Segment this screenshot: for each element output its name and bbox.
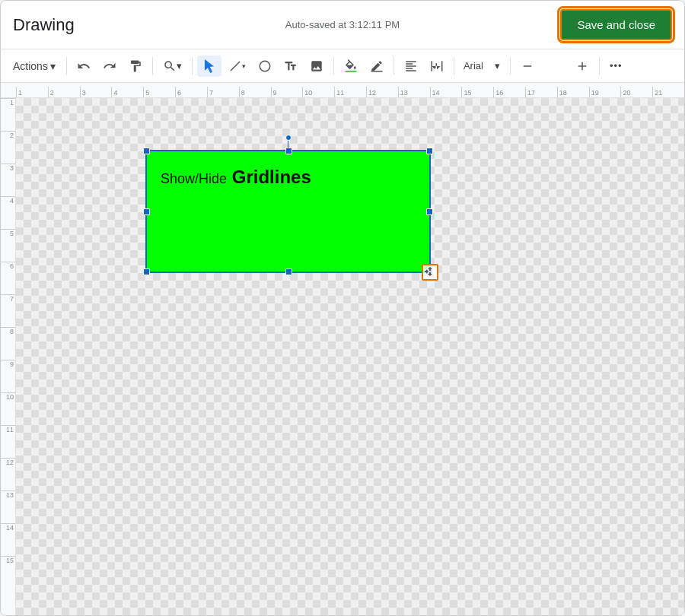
toolbar-divider-6 (454, 57, 454, 75)
shape-text: Show/Hide Gridlines (147, 151, 429, 188)
font-dropdown-button[interactable]: ▾ (489, 56, 505, 75)
toolbar-divider-8 (599, 57, 600, 75)
toolbar-divider-3 (192, 57, 193, 75)
resize-cursor-indicator[interactable] (422, 264, 438, 281)
font-family-value: Arial (464, 60, 483, 71)
ruler-mark: 20 (620, 87, 652, 97)
ruler-mark: 18 (557, 87, 589, 97)
font-dropdown-chevron-icon: ▾ (495, 60, 500, 71)
line-color-button[interactable] (365, 56, 389, 77)
vertical-ruler: 123456789101112131415 (1, 98, 16, 616)
left-ruler-mark: 4 (1, 196, 15, 229)
handle-mid-right[interactable] (426, 208, 433, 215)
zoom-icon (163, 59, 177, 73)
zoom-increase-button[interactable] (570, 56, 594, 77)
ruler-mark: 17 (525, 87, 557, 97)
left-ruler-mark: 7 (1, 294, 15, 327)
font-family-select[interactable]: Arial (459, 57, 488, 75)
toolbar-divider-7 (510, 57, 511, 75)
canvas-area: 123456789101112131415 Show/Hide Gridline… (1, 98, 685, 616)
left-ruler-mark: 8 (1, 327, 15, 360)
redo-button[interactable] (97, 56, 122, 77)
save-close-button[interactable]: Save and close (560, 9, 672, 40)
distribute-icon (430, 59, 444, 73)
left-ruler-mark: 13 (1, 491, 15, 523)
ruler-marks: 123456789101112131415161718192021 (16, 87, 684, 97)
ruler-mark: 7 (207, 87, 239, 97)
handle-top-left[interactable] (143, 148, 150, 154)
resize-icon (425, 267, 435, 278)
zoom-chevron: ▾ (177, 60, 182, 71)
toolbar-divider-5 (393, 57, 394, 75)
toolbar: Actions ▾ ▾ ▾ (1, 49, 684, 83)
undo-button[interactable] (72, 56, 96, 77)
svg-line-0 (231, 62, 240, 71)
image-icon (310, 59, 323, 73)
line-color-icon (370, 59, 384, 73)
handle-bottom-center[interactable] (285, 268, 292, 275)
more-options-button[interactable]: ••• (604, 56, 628, 75)
green-shape[interactable]: Show/Hide Gridlines (145, 150, 431, 273)
ruler-mark: 1 (16, 87, 48, 97)
ruler-mark: 15 (461, 87, 493, 97)
header: Drawing Auto-saved at 3:12:11 PM Save an… (1, 1, 684, 49)
image-tool-button[interactable] (304, 56, 329, 77)
shape-text-normal: Show/Hide (161, 171, 227, 186)
toolbar-divider-1 (66, 57, 67, 75)
app-title: Drawing (13, 15, 75, 35)
distribute-button[interactable] (425, 56, 449, 77)
left-ruler-mark: 6 (1, 262, 15, 294)
left-ruler-mark: 1 (1, 98, 15, 131)
actions-chevron-icon: ▾ (50, 60, 56, 72)
handle-mid-left[interactable] (143, 208, 150, 215)
zoom-button[interactable]: ▾ (158, 56, 187, 77)
format-paint-button[interactable] (123, 56, 148, 77)
ruler-mark: 10 (302, 87, 334, 97)
circle-icon (258, 59, 272, 73)
left-ruler-mark: 3 (1, 164, 15, 196)
line-icon (228, 59, 242, 73)
ruler-mark: 11 (334, 87, 366, 97)
left-ruler-mark: 2 (1, 131, 15, 164)
ruler-mark: 16 (493, 87, 525, 97)
svg-rect-2 (345, 71, 356, 72)
ruler-mark: 13 (398, 87, 430, 97)
actions-menu-button[interactable]: Actions ▾ (7, 56, 62, 76)
shape-tool-button[interactable] (253, 56, 277, 77)
left-ruler-mark: 14 (1, 523, 15, 556)
left-ruler-mark: 11 (1, 425, 15, 458)
left-ruler-mark: 9 (1, 360, 15, 392)
drawing-canvas[interactable]: Show/Hide Gridlines (16, 98, 685, 616)
line-chevron: ▾ (242, 62, 246, 70)
zoom-decrease-button[interactable] (515, 56, 540, 77)
ruler-mark: 5 (143, 87, 175, 97)
zoom-value-input[interactable] (541, 60, 569, 71)
left-ruler-mark: 15 (1, 556, 15, 589)
select-tool-button[interactable] (197, 56, 221, 77)
rotate-handle-line (288, 139, 288, 150)
ruler-mark: 6 (175, 87, 207, 97)
toolbar-divider-4 (333, 57, 334, 75)
left-ruler-mark: 5 (1, 229, 15, 262)
handle-top-right[interactable] (426, 148, 433, 154)
ruler-mark: 2 (48, 87, 80, 97)
textbox-icon (284, 59, 298, 73)
align-left-icon (404, 59, 418, 73)
undo-icon (77, 59, 91, 73)
handle-top-center[interactable] (285, 148, 292, 154)
handle-bottom-left[interactable] (143, 268, 150, 275)
ruler-mark: 3 (80, 87, 112, 97)
minus-icon (521, 59, 534, 73)
svg-point-1 (260, 61, 270, 71)
ruler-mark: 19 (589, 87, 621, 97)
ruler-mark: 14 (430, 87, 462, 97)
fill-color-button[interactable] (339, 56, 363, 77)
svg-rect-3 (371, 71, 382, 72)
more-options-icon: ••• (610, 60, 623, 71)
rotate-handle[interactable] (285, 135, 292, 141)
left-ruler-mark: 12 (1, 458, 15, 491)
align-left-button[interactable] (399, 56, 423, 77)
plus-icon (575, 59, 589, 73)
textbox-tool-button[interactable] (279, 56, 303, 77)
line-tool-button[interactable]: ▾ (223, 56, 251, 77)
